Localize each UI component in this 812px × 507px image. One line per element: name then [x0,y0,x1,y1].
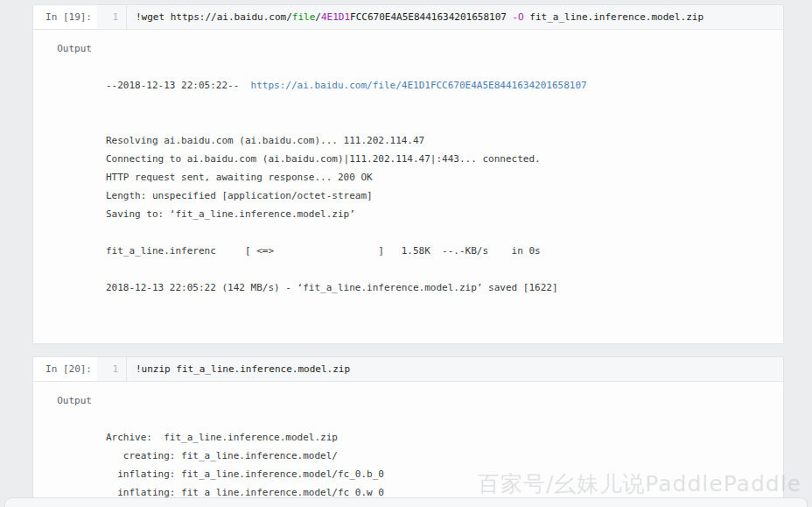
code-token: FCC670E4A5E8441634201658107 [350,11,512,23]
output-line [106,260,783,278]
code-token: / [315,11,321,23]
code-token: 4E1D1 [321,11,350,23]
code-cell-20: In [20]: 1 !unzip fit_a_line.inference.m… [32,356,784,507]
next-cell-top-edge [4,497,808,507]
code-token: !wget https://ai.baidu.com/ [136,11,292,23]
output-line: fit_a_line.inferenc [ <=> ] 1.58K --.-KB… [106,242,783,260]
output-line: inflating: fit_a_line.inference.model/fc… [106,465,783,483]
line-number: 1 [97,357,127,381]
output-line: Connecting to ai.baidu.com (ai.baidu.com… [106,150,783,168]
cell-output-row: Output Archive: fit_a_line.inference.mod… [33,382,783,507]
code-token: !unzip fit_a_line.inference.model.zip [136,363,350,375]
input-prompt: In [19]: [33,5,97,29]
cell-output: --2018-12-13 22:05:22-- https://ai.baidu… [97,39,783,334]
output-line-group: Resolving ai.baidu.com (ai.baidu.com)...… [106,131,783,297]
code-token: file [292,11,316,23]
output-line: Resolving ai.baidu.com (ai.baidu.com)...… [106,131,783,150]
code-editor[interactable]: !wget https://ai.baidu.com/file/4E1D1FCC… [127,5,783,29]
output-line: creating: fit_a_line.inference.model/ [106,447,783,465]
notebook-cell-list: In [19]: 1 !wget https://ai.baidu.com/fi… [0,0,812,507]
output-line: --2018-12-13 22:05:22-- https://ai.baidu… [106,76,783,95]
output-line [106,223,783,242]
line-number: 1 [97,5,127,29]
output-label: Output [33,39,97,334]
output-line: Saving to: ‘fit_a_line.inference.model.z… [106,205,783,223]
output-line-group: Archive: fit_a_line.inference.model.zip … [106,428,783,507]
output-line: HTTP request sent, awaiting response... … [106,168,783,187]
cell-input-row: In [19]: 1 !wget https://ai.baidu.com/fi… [33,5,783,30]
code-token: -O [513,11,524,23]
notebook-page: In [19]: 1 !wget https://ai.baidu.com/fi… [0,0,812,507]
output-line: 2018-12-13 22:05:22 (142 MB/s) - ‘fit_a_… [106,278,783,297]
output-url-link[interactable]: https://ai.baidu.com/file/4E1D1FCC670E4A… [251,80,587,91]
output-text: --2018-12-13 22:05:22-- [106,80,251,91]
cell-output-row: Output --2018-12-13 22:05:22-- https://a… [33,30,783,343]
output-label: Output [33,391,97,507]
cell-input-row: In [20]: 1 !unzip fit_a_line.inference.m… [33,357,783,382]
code-token: fit_a_line.inference.model.zip [524,11,704,23]
code-cell-19: In [19]: 1 !wget https://ai.baidu.com/fi… [32,4,784,344]
cell-output: Archive: fit_a_line.inference.model.zip … [97,391,783,507]
code-editor[interactable]: !unzip fit_a_line.inference.model.zip [127,357,783,381]
input-prompt: In [20]: [33,357,97,381]
output-line: Archive: fit_a_line.inference.model.zip [106,428,783,447]
output-line: Length: unspecified [application/octet-s… [106,187,783,205]
